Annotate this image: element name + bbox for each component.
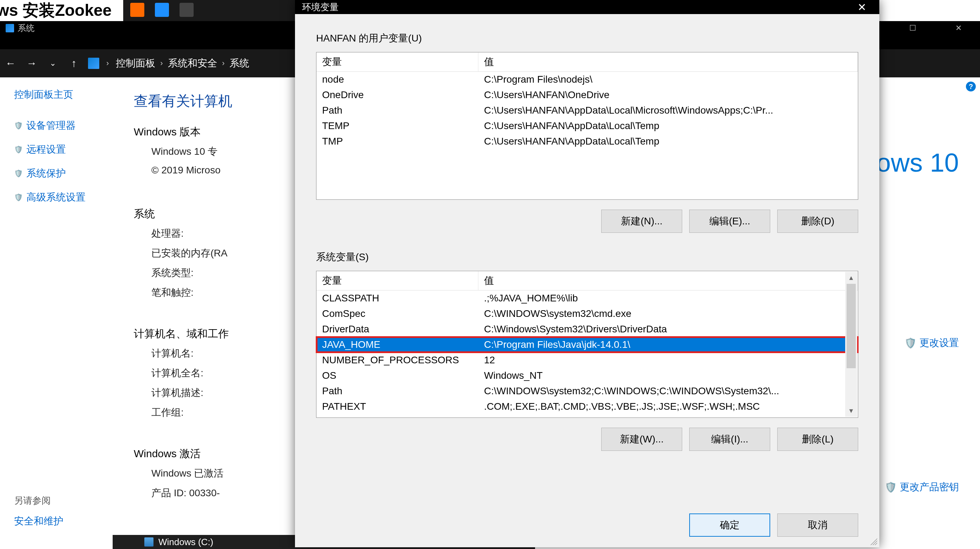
table-row[interactable]: CLASSPATH.;%JAVA_HOME%\lib <box>317 290 858 306</box>
drive-icon <box>144 537 153 547</box>
nav-back-button[interactable]: ← <box>3 57 18 69</box>
column-header-value[interactable]: 值 <box>478 52 858 71</box>
table-row[interactable]: JAVA_HOMEC:\Program Files\Java\jdk-14.0.… <box>317 337 858 352</box>
nav-recent-dropdown[interactable]: ⌄ <box>46 59 60 68</box>
cell-variable: OS <box>317 370 478 381</box>
resize-grip-icon[interactable] <box>869 537 877 545</box>
table-row[interactable]: ComSpecC:\WINDOWS\system32\cmd.exe <box>317 306 858 321</box>
cell-variable: Path <box>317 105 478 116</box>
breadcrumb-item[interactable]: 控制面板 <box>116 57 155 70</box>
drive-label: Windows (C:) <box>158 537 213 547</box>
taskbar-icon[interactable] <box>180 3 194 17</box>
environment-variables-dialog: 环境变量 ✕ HANFAN 的用户变量(U) 变量 值 nodeC:\Progr… <box>295 0 879 547</box>
delete-sys-var-button[interactable]: 删除(L) <box>777 428 858 451</box>
dialog-title: 环境变量 <box>302 1 339 13</box>
column-header-value[interactable]: 值 <box>478 271 858 290</box>
system-variables-label: 系统变量(S) <box>316 251 858 264</box>
taskbar-icon[interactable] <box>130 3 144 17</box>
cell-variable: Path <box>317 386 478 397</box>
edit-user-var-button[interactable]: 编辑(E)... <box>689 209 770 233</box>
sidebar-item-advanced-settings[interactable]: 🛡️ 高级系统设置 <box>14 190 106 204</box>
breadcrumb-item[interactable]: 系统和安全 <box>168 57 217 70</box>
column-header-variable[interactable]: 变量 <box>317 52 478 71</box>
cell-value: C:\Users\HANFAN\AppData\Local\Microsoft\… <box>478 105 858 116</box>
sidebar-item-device-manager[interactable]: 🛡️ 设备管理器 <box>14 119 106 132</box>
shield-icon: 🛡️ <box>14 145 23 154</box>
cell-variable: OneDrive <box>317 89 478 101</box>
cell-variable: TEMP <box>317 120 478 132</box>
shield-icon: 🛡️ <box>14 169 23 178</box>
table-row[interactable]: DriverDataC:\Windows\System32\Drivers\Dr… <box>317 321 858 337</box>
new-sys-var-button[interactable]: 新建(W)... <box>601 428 682 451</box>
scroll-down-arrow-icon[interactable]: ▼ <box>845 405 857 417</box>
chevron-right-icon: › <box>160 59 162 68</box>
taskbar-icon[interactable] <box>155 3 169 17</box>
nav-up-button[interactable]: ↑ <box>67 57 81 69</box>
edit-sys-var-button[interactable]: 编辑(I)... <box>689 428 770 451</box>
scrollbar[interactable]: ▲ ▼ <box>845 272 857 417</box>
cell-variable: node <box>317 74 478 85</box>
cell-variable: PATHEXT <box>317 401 478 412</box>
close-button[interactable]: ✕ <box>943 21 974 35</box>
table-row[interactable]: nodeC:\Program Files\nodejs\ <box>317 72 858 87</box>
cell-value: C:\Users\HANFAN\AppData\Local\Temp <box>478 136 858 147</box>
table-row[interactable]: OneDriveC:\Users\HANFAN\OneDrive <box>317 87 858 103</box>
chevron-right-icon: › <box>222 59 224 68</box>
sidebar-item-label: 系统保护 <box>26 167 66 180</box>
table-row[interactable]: TMPC:\Users\HANFAN\AppData\Local\Temp <box>317 134 858 149</box>
shield-icon: 🛡️ <box>904 337 916 349</box>
ok-button[interactable]: 确定 <box>689 514 770 537</box>
cell-value: C:\Users\HANFAN\OneDrive <box>478 89 858 101</box>
taskbar-icons-partial <box>123 0 299 21</box>
system-variables-table[interactable]: 变量 值 CLASSPATH.;%JAVA_HOME%\libComSpecC:… <box>316 271 858 418</box>
change-settings-label: 更改设置 <box>920 336 959 349</box>
help-icon[interactable]: ? <box>966 82 976 92</box>
shield-icon: 🛡️ <box>885 481 897 493</box>
sidebar: 控制面板主页 🛡️ 设备管理器 🛡️ 远程设置 🛡️ 系统保护 🛡️ 高级系统设… <box>0 78 113 549</box>
system-icon <box>6 24 14 32</box>
sidebar-item-system-protection[interactable]: 🛡️ 系统保护 <box>14 167 106 180</box>
table-row[interactable]: PathC:\Users\HANFAN\AppData\Local\Micros… <box>317 103 858 118</box>
cancel-button[interactable]: 取消 <box>777 514 858 537</box>
change-settings-link[interactable]: 🛡️ 更改设置 <box>904 336 959 349</box>
cell-variable: CLASSPATH <box>317 293 478 304</box>
change-product-key-label: 更改产品密钥 <box>900 481 959 494</box>
new-user-var-button[interactable]: 新建(N)... <box>601 209 682 233</box>
table-row[interactable]: PATHEXT.COM;.EXE;.BAT;.CMD;.VBS;.VBE;.JS… <box>317 399 858 414</box>
column-header-variable[interactable]: 变量 <box>317 271 478 290</box>
table-row[interactable]: PathC:\WINDOWS\system32;C:\WINDOWS;C:\WI… <box>317 383 858 399</box>
cell-variable: ComSpec <box>317 308 478 319</box>
location-icon <box>88 58 99 69</box>
scroll-thumb[interactable] <box>846 284 856 368</box>
dialog-close-button[interactable]: ✕ <box>851 1 872 13</box>
sidebar-item-label: 远程设置 <box>26 143 66 156</box>
see-also-link[interactable]: 安全和维护 <box>14 514 64 528</box>
table-row[interactable]: TEMPC:\Users\HANFAN\AppData\Local\Temp <box>317 118 858 134</box>
cell-value: C:\WINDOWS\system32\cmd.exe <box>478 308 858 319</box>
maximize-button[interactable]: ☐ <box>897 21 929 35</box>
cell-variable: DriverData <box>317 324 478 335</box>
user-variables-table[interactable]: 变量 值 nodeC:\Program Files\nodejs\OneDriv… <box>316 52 858 200</box>
breadcrumb-item[interactable]: 系统 <box>229 57 249 70</box>
table-header: 变量 值 <box>317 52 858 72</box>
nav-forward-button[interactable]: → <box>25 57 39 69</box>
dialog-body: HANFAN 的用户变量(U) 变量 值 nodeC:\Program File… <box>295 14 879 547</box>
user-variables-label: HANFAN 的用户变量(U) <box>316 32 858 45</box>
change-product-key-link[interactable]: 🛡️ 更改产品密钥 <box>885 481 959 494</box>
cell-value: C:\Windows\System32\Drivers\DriverData <box>478 324 858 335</box>
see-also-label: 另请参阅 <box>14 495 51 507</box>
control-panel-home-link[interactable]: 控制面板主页 <box>14 88 106 101</box>
dialog-titlebar[interactable]: 环境变量 ✕ <box>295 0 879 14</box>
delete-user-var-button[interactable]: 删除(D) <box>777 209 858 233</box>
cell-value: C:\WINDOWS\system32;C:\WINDOWS;C:\WINDOW… <box>478 386 858 397</box>
sidebar-item-remote-settings[interactable]: 🛡️ 远程设置 <box>14 143 106 156</box>
chevron-right-icon: › <box>106 59 109 68</box>
cell-value: .;%JAVA_HOME%\lib <box>478 293 858 304</box>
cell-value: C:\Program Files\nodejs\ <box>478 74 858 85</box>
user-variables-button-row: 新建(N)... 编辑(E)... 删除(D) <box>316 209 858 233</box>
system-variables-button-row: 新建(W)... 编辑(I)... 删除(L) <box>316 428 858 451</box>
table-row[interactable]: OSWindows_NT <box>317 368 858 383</box>
scroll-up-arrow-icon[interactable]: ▲ <box>845 272 857 284</box>
table-row[interactable]: NUMBER_OF_PROCESSORS12 <box>317 352 858 368</box>
system-window-title: 系统 <box>18 22 35 34</box>
